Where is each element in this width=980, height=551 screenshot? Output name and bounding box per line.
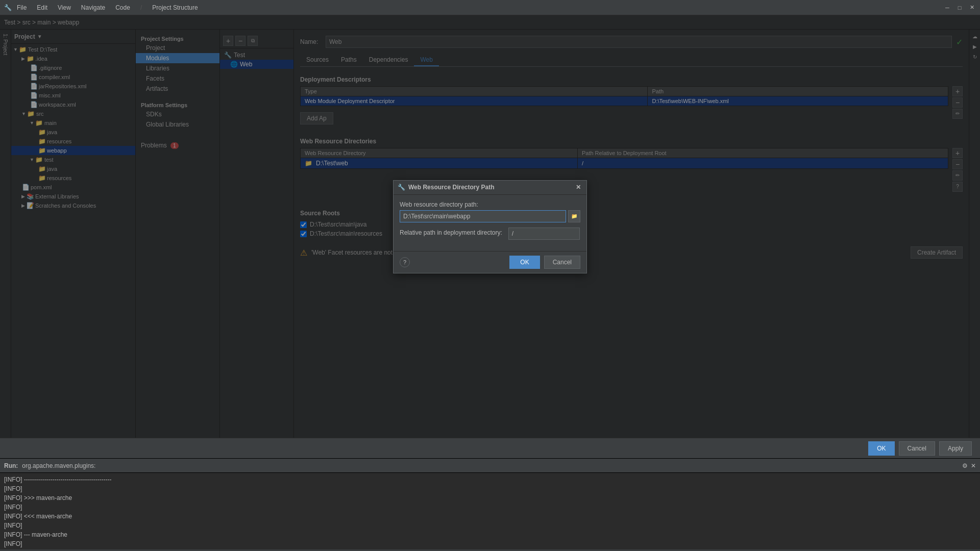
modal-title-bar: 🔧 Web Resource Directory Path ✕ [394,181,586,195]
run-panel: Run: org.apache.maven.plugins: ⚙ ✕ [INFO… [0,458,980,551]
path-input[interactable] [400,210,566,222]
menu-bar[interactable]: File Edit View Navigate Code / Project S… [15,3,200,12]
relative-path-field: Relative path in deployment directory: [400,228,580,240]
modal-overlay: 🔧 Web Resource Directory Path ✕ Web reso… [0,15,980,438]
gear-icon[interactable]: ⚙ [962,462,968,469]
run-panel-content: [INFO] ---------------------------------… [0,473,980,549]
run-line: [INFO] ---------------------------------… [4,475,976,484]
path-input-row: 📁 [400,210,580,222]
run-panel-header: Run: org.apache.maven.plugins: ⚙ ✕ [0,459,980,473]
app-icon: 🔧 [4,4,12,11]
path-label: Web resource directory path: [400,201,580,208]
run-label: Run: [4,462,18,469]
close-button[interactable]: ✕ [968,4,976,12]
title-bar: 🔧 File Edit View Navigate Code / Project… [0,0,980,15]
bottom-button-bar: OK Cancel Apply [0,438,980,458]
run-config-label: org.apache.maven.plugins: [22,462,95,469]
run-controls[interactable]: ⚙ ✕ [962,462,976,469]
relative-row: Relative path in deployment directory: [400,228,580,240]
cancel-button[interactable]: Cancel [899,441,935,456]
ok-button[interactable]: OK [868,441,894,456]
modal-title: Web Resource Directory Path [408,184,495,191]
window-title: Project Structure [150,3,200,12]
browse-button[interactable]: 📁 [568,210,580,222]
run-line: [INFO] [4,539,976,548]
menu-separator: / [138,3,144,12]
web-resource-dialog: 🔧 Web Resource Directory Path ✕ Web reso… [393,180,587,273]
run-line: [INFO] [4,521,976,530]
modal-footer: ? OK Cancel [394,251,586,273]
path-field: Web resource directory path: 📁 [400,201,580,222]
modal-close-button[interactable]: ✕ [574,183,582,191]
run-line: [INFO] [4,484,976,493]
apply-button[interactable]: Apply [939,441,972,456]
close-run-icon[interactable]: ✕ [971,462,976,469]
relative-input[interactable] [508,228,580,240]
minimize-button[interactable]: ─ [943,4,951,12]
run-line: [INFO] >>> maven-arche [4,493,976,503]
maximize-button[interactable]: □ [955,4,964,12]
run-line: [INFO] [4,503,976,512]
run-line: [INFO] <<< maven-arche [4,512,976,521]
run-bottom-bar: ☑ TODO ▶ 4: Run ⬜ Terminal ? [0,549,980,551]
modal-ok-button[interactable]: OK [509,256,540,269]
menu-view[interactable]: View [56,3,73,12]
menu-edit[interactable]: Edit [35,3,50,12]
menu-file[interactable]: File [15,3,29,12]
modal-icon: 🔧 [398,184,405,191]
run-line: [INFO] --- maven-arche [4,530,976,539]
menu-code[interactable]: Code [113,3,132,12]
modal-cancel-button[interactable]: Cancel [544,256,580,269]
relative-label: Relative path in deployment directory: [400,229,502,236]
window-controls[interactable]: ─ □ ✕ [943,4,976,12]
modal-body: Web resource directory path: 📁 Relative … [394,195,586,251]
help-button[interactable]: ? [400,257,410,267]
menu-navigate[interactable]: Navigate [79,3,107,12]
